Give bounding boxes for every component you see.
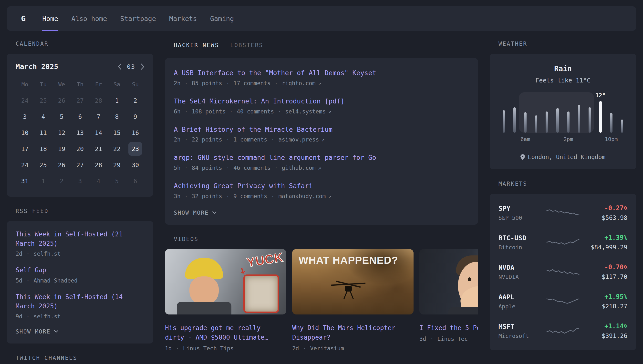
weather-hourly-chart: 6am2pm12°10pm (498, 92, 627, 144)
videos-widget: VIDEOS YUCK ↓ His upgrade got me really … (165, 236, 478, 352)
market-row[interactable]: BTC-USDBitcoin+1.39%$84,999.29 (498, 228, 627, 257)
news-item-title[interactable]: A Brief History of the Miracle Bacterium (174, 125, 469, 134)
news-item-points: 84 points (181, 165, 222, 171)
thumbnail-overlay-text: WHAT HAPPENED? (299, 254, 398, 266)
news-item-meta: 2h85 points17 commentsrighto.com↗ (174, 80, 469, 86)
news-item-domain-text: asimov.press (278, 136, 319, 143)
rss-show-more-button[interactable]: SHOW MORE (16, 328, 145, 335)
chevron-left-icon[interactable] (118, 64, 122, 70)
video-thumbnail[interactable]: WHAT HAPPENED? (292, 249, 413, 314)
news-item: Achieving Great Privacy with Safari3h32 … (174, 181, 469, 199)
red-arrow-icon: ↓ (237, 262, 248, 277)
news-item-title[interactable]: The SeL4 Microkernel: An Introduction [p… (174, 96, 469, 106)
news-item-points: 22 points (181, 136, 222, 143)
video-meta: 3d Linus Tec (419, 336, 478, 342)
news-item: argp: GNU-style command line argument pa… (174, 153, 469, 171)
torso-shape (448, 307, 478, 314)
market-change: -0.70% (580, 264, 627, 271)
video-card[interactable]: YUCK ↓ His upgrade got me really dirty -… (165, 249, 286, 352)
news-show-more-button[interactable]: SHOW MORE (174, 210, 469, 216)
calendar-day: 4 (89, 174, 108, 188)
market-price: $84,999.29 (580, 244, 627, 251)
rss-item-title[interactable]: This Week in Self-Hosted (21 March 2025) (16, 230, 145, 248)
weather-bar (513, 107, 516, 133)
calendar-day: 18 (34, 142, 52, 156)
app-logo[interactable]: G (14, 6, 33, 31)
market-row[interactable]: SPYS&P 500-0.27%$563.98 (498, 198, 627, 228)
news-item-domain[interactable]: asimov.press↗ (267, 136, 325, 143)
news-tabs: HACKER NEWSLOBSTERS (174, 42, 478, 51)
market-sparkline (546, 295, 580, 308)
calendar-day: 4 (34, 110, 52, 124)
hardhat-shape (185, 258, 223, 279)
rss-show-more-label: SHOW MORE (16, 328, 51, 335)
video-title[interactable]: His upgrade got me really dirty - AMD $5… (165, 323, 282, 342)
news-item-title[interactable]: argp: GNU-style command line argument pa… (174, 153, 469, 162)
dashboard-columns: CALENDAR March 2025 03 (7, 40, 636, 361)
rss-item-source: selfh.st (23, 250, 61, 257)
calendar-day: 1 (108, 94, 126, 107)
calendar-day: 28 (89, 158, 108, 172)
calendar-day: 31 (16, 174, 34, 188)
calendar-day: 20 (71, 142, 89, 156)
nav-tab-also-home[interactable]: Also home (71, 6, 107, 31)
news-tab-lobsters[interactable]: LOBSTERS (230, 42, 263, 51)
news-item-comments: 9 comments (222, 193, 267, 199)
calendar-weekday: We (53, 78, 71, 91)
calendar-day: 8 (108, 110, 126, 124)
weather-bar (610, 113, 612, 133)
video-title[interactable]: Why Did The Mars Helicopter Disappear? (292, 323, 409, 342)
calendar-day: 10 (16, 126, 34, 140)
rss-item-source: Ahmad Shadeed (23, 278, 78, 284)
news-tab-hacker-news[interactable]: HACKER NEWS (174, 42, 219, 51)
rss-item-title[interactable]: This Week in Self-Hosted (14 March 2025) (16, 292, 145, 311)
weather-bar-slot (574, 92, 584, 133)
news-item-domain[interactable]: github.com↗ (270, 165, 321, 171)
news-item-comments: 46 comments (222, 165, 270, 171)
thumbnail-overlay-text: YUCK (246, 250, 284, 270)
rss-item-title[interactable]: Self Gap (16, 266, 145, 275)
video-thumbnail[interactable]: DO TH T (419, 249, 478, 314)
news-item: A Brief History of the Miracle Bacterium… (174, 125, 469, 143)
news-item: The SeL4 Microkernel: An Introduction [p… (174, 96, 469, 115)
video-card[interactable]: WHAT HAPPENED? W (292, 249, 413, 352)
market-price: $218.27 (580, 303, 627, 310)
news-item-title[interactable]: Achieving Great Privacy with Safari (174, 181, 469, 190)
video-card[interactable]: DO TH T I Fixed the 5 Power Connect 3d L… (419, 249, 478, 352)
weather-location: London, United Kingdom (528, 154, 605, 160)
weather-bar-slot: 6am (520, 92, 531, 133)
market-ticker: SPY (498, 205, 546, 212)
chevron-right-icon[interactable] (141, 64, 145, 70)
video-title[interactable]: I Fixed the 5 Power Connect (419, 323, 478, 333)
market-ticker: BTC-USD (498, 234, 546, 242)
news-item-domain[interactable]: righto.com↗ (270, 80, 321, 86)
market-change: -0.27% (580, 204, 627, 212)
market-row[interactable]: NVDANVIDIA-0.70%$117.70 (498, 257, 627, 287)
nav-tab-markets[interactable]: Markets (169, 6, 197, 31)
news-item-title[interactable]: A USB Interface to the "Mother of All De… (174, 68, 469, 78)
market-values: -0.27%$563.98 (580, 204, 627, 221)
video-meta: 1d Linus Tech Tips (165, 345, 286, 352)
video-age: 2d (292, 345, 299, 352)
external-link-icon: ↗ (318, 165, 321, 171)
chevron-down-icon (212, 211, 217, 214)
nav-tab-gaming[interactable]: Gaming (210, 6, 234, 31)
market-row[interactable]: AAPLApple+1.95%$218.27 (498, 287, 627, 316)
news-item-domain[interactable]: sel4.systems↗ (274, 108, 331, 115)
video-thumbnail[interactable]: YUCK ↓ (165, 249, 286, 314)
eye-shape (468, 278, 471, 281)
calendar-day: 6 (71, 110, 89, 124)
nav-tab-startpage[interactable]: Startpage (120, 6, 156, 31)
news-item-domain[interactable]: matanabudy.com↗ (267, 193, 332, 199)
market-row[interactable]: MSFTMicrosoft+1.14%$391.26 (498, 316, 627, 346)
calendar-day: 3 (71, 174, 89, 188)
location-pin-icon (520, 154, 525, 160)
nav-tab-home[interactable]: Home (42, 6, 58, 31)
rss-widget: RSS FEED This Week in Self-Hosted (21 Ma… (7, 208, 153, 344)
calendar-weekday: Th (71, 78, 89, 91)
rss-item-age: 5d (16, 278, 23, 284)
news-item-age: 3h (174, 193, 181, 199)
calendar-month-number: 03 (127, 63, 135, 70)
weather-bar-slot (531, 92, 541, 133)
weather-bar-slot (552, 92, 563, 133)
